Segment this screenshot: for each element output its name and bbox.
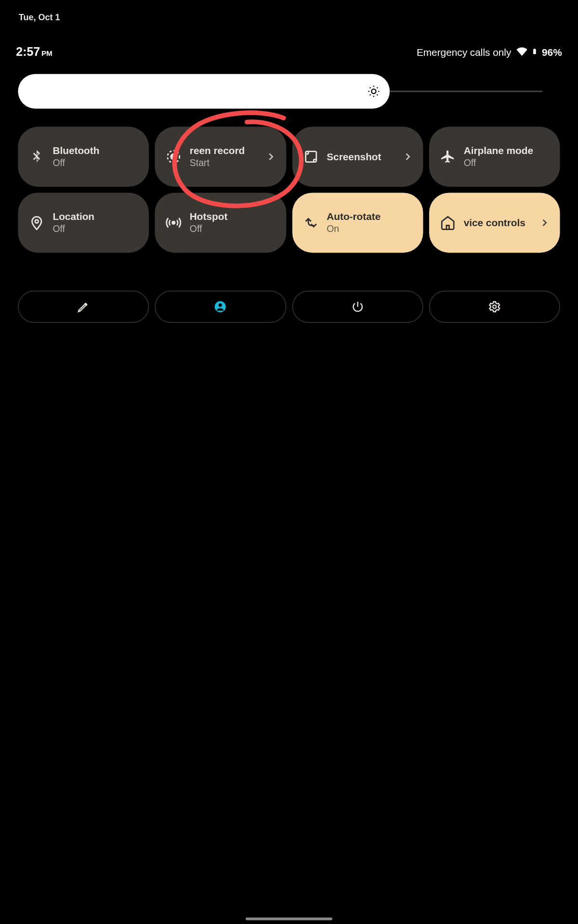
tile-devicecontrols[interactable]: vice controls: [429, 192, 560, 253]
screen-record-icon: [166, 149, 182, 165]
tile-title: Bluetooth: [53, 145, 139, 157]
tile-title: Hotspot: [190, 211, 276, 223]
screenshot-icon: [302, 149, 318, 165]
qs-footer: [18, 291, 560, 323]
brightness-track: [390, 90, 542, 92]
time-ampm: PM: [41, 50, 53, 58]
brightness-slider[interactable]: [18, 74, 560, 109]
wifi-icon: [516, 46, 527, 59]
hotspot-icon: [166, 215, 182, 231]
bluetooth-icon: [29, 149, 45, 165]
tile-sub: Start: [190, 156, 265, 168]
home-icon: [440, 215, 456, 231]
tile-sub: Off: [53, 156, 139, 168]
pencil-icon: [77, 300, 91, 314]
tile-sub: Off: [190, 223, 276, 235]
tile-screenshot[interactable]: Screenshot: [292, 127, 423, 187]
autorotate-icon: [302, 215, 318, 231]
tile-airplane[interactable]: Airplane mode Off: [429, 127, 560, 187]
tile-title: reen record: [190, 145, 265, 157]
qs-tiles: Bluetooth Off reen record Start Screensh…: [18, 127, 560, 253]
tile-bluetooth[interactable]: Bluetooth Off: [18, 127, 149, 187]
tile-title: Airplane mode: [464, 145, 551, 157]
tile-autorotate[interactable]: Auto-rotate On: [292, 192, 423, 253]
brightness-fill: [18, 74, 390, 109]
svg-point-0: [371, 89, 376, 93]
svg-rect-3: [305, 152, 316, 162]
status-date: Tue, Oct 1: [19, 12, 60, 22]
status-right: Emergency calls only 96%: [417, 46, 562, 59]
tile-location[interactable]: Location Off: [18, 192, 149, 253]
edit-button[interactable]: [18, 291, 149, 323]
nav-handle[interactable]: [246, 918, 332, 921]
battery-icon: [531, 46, 538, 59]
tile-screenrecord[interactable]: reen record Start: [155, 127, 286, 187]
user-button[interactable]: [155, 291, 286, 323]
svg-point-5: [172, 221, 175, 224]
chevron-right-icon[interactable]: [539, 217, 551, 229]
tile-hotspot[interactable]: Hotspot Off: [155, 192, 286, 253]
tile-sub: Off: [464, 156, 551, 168]
tile-title: Location: [53, 211, 139, 223]
chevron-right-icon[interactable]: [264, 151, 276, 163]
tile-title: vice controls: [464, 217, 539, 229]
tile-sub: Off: [53, 223, 139, 235]
brightness-icon: [367, 85, 381, 98]
svg-point-7: [219, 303, 222, 307]
status-emergency: Emergency calls only: [417, 47, 511, 58]
power-button[interactable]: [292, 291, 423, 323]
tile-title: Auto-rotate: [327, 211, 413, 223]
tile-sub: On: [327, 223, 413, 235]
chevron-right-icon[interactable]: [402, 151, 414, 163]
time-value: 2:57: [16, 45, 40, 59]
status-time: 2:57PM: [16, 45, 53, 59]
svg-point-2: [171, 154, 176, 159]
airplane-icon: [440, 149, 456, 165]
user-icon: [214, 300, 227, 314]
svg-point-4: [35, 220, 39, 223]
svg-point-8: [493, 305, 496, 308]
settings-button[interactable]: [429, 291, 560, 323]
power-icon: [351, 300, 364, 314]
tile-title: Screenshot: [327, 151, 402, 163]
status-battery: 96%: [542, 47, 562, 58]
gear-icon: [488, 300, 501, 314]
location-icon: [29, 215, 45, 231]
status-bar: 2:57PM Emergency calls only 96%: [16, 45, 562, 59]
